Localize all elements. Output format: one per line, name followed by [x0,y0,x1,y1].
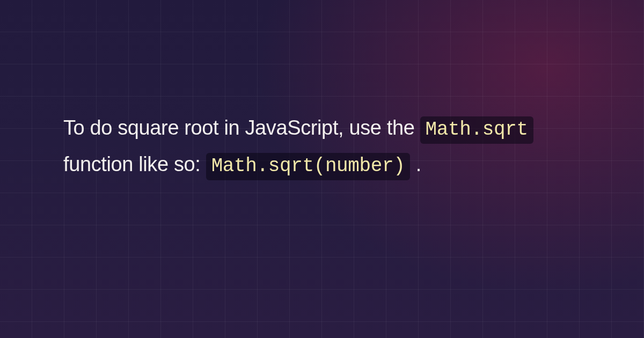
text-fragment-3: . [416,153,421,175]
code-math-sqrt: Math.sqrt [420,116,533,144]
explainer-text: To do square root in JavaScript, use the… [63,110,581,183]
text-fragment-1: To do square root in JavaScript, use the [63,116,420,139]
code-math-sqrt-call: Math.sqrt(number) [206,153,411,180]
text-fragment-2: function like so: [63,153,206,175]
